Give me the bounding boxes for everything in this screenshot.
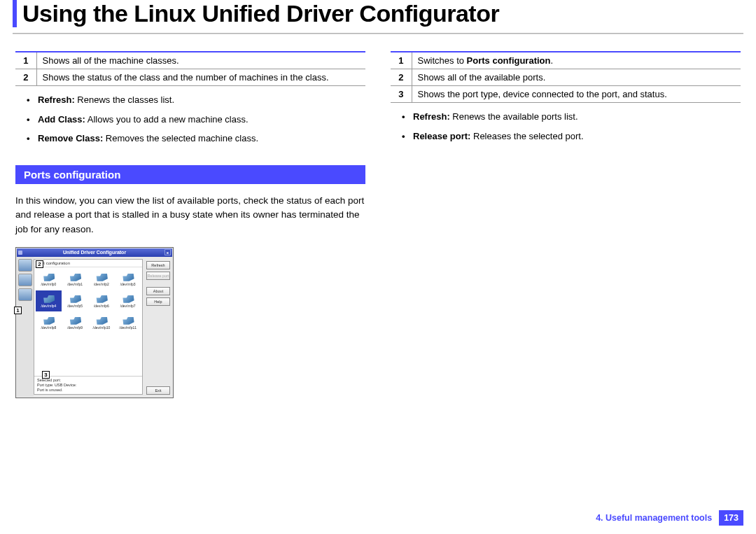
list-item: Add Class: Allows you to add a new machi… <box>27 113 365 127</box>
printer-icon <box>69 273 81 281</box>
button-column: Refresh Release port About Help Exit <box>144 257 172 397</box>
port-mode-icon <box>18 288 32 301</box>
printer-icon <box>42 316 55 325</box>
printer-icon <box>122 295 134 303</box>
port-label: /dev/mfp11 <box>119 325 136 330</box>
table-row: 3 Shows the port type, device connected … <box>391 86 741 103</box>
window-menu-icon <box>18 251 22 255</box>
chapter-label: 4. Useful management tools <box>596 513 712 523</box>
page-number: 173 <box>719 510 743 526</box>
classes-table: 1 Shows all of the machine classes. 2 Sh… <box>15 51 365 86</box>
callout-1: 1 <box>14 307 22 314</box>
port-label: /dev/mfp8 <box>41 325 56 330</box>
refresh-button: Refresh <box>146 261 170 269</box>
printer-icon <box>69 295 81 303</box>
class-mode-icon <box>18 274 32 286</box>
printer-mode-icon <box>18 259 32 272</box>
classes-bullets: Refresh: Renews the classes list. Add Cl… <box>15 93 365 146</box>
printer-icon <box>95 273 108 281</box>
port-grid: /dev/mfp0/dev/mfp1/dev/mfp2/dev/mfp3/dev… <box>34 267 142 376</box>
port-item: /dev/mfp0 <box>36 269 62 290</box>
table-row: 1 Switches to Ports configuration. <box>391 52 741 69</box>
port-label: /dev/mfp6 <box>94 304 109 308</box>
row-text: Switches to Ports configuration. <box>412 52 741 69</box>
row-text: Shows all of the available ports. <box>412 69 741 86</box>
callout-2: 2 <box>36 260 43 268</box>
row-text: Shows all of the machine classes. <box>36 52 365 69</box>
port-item: /dev/mfp2 <box>89 269 115 290</box>
divider <box>13 33 743 34</box>
list-item: Remove Class: Removes the selected machi… <box>27 132 365 146</box>
exit-button: Exit <box>146 386 170 395</box>
list-item: Refresh: Renews the available ports list… <box>402 110 741 124</box>
port-label: /dev/mfp5 <box>67 304 83 308</box>
ports-description: In this window, you can view the list of… <box>15 194 365 238</box>
port-label: /dev/mfp3 <box>120 282 136 286</box>
ports-bullets: Refresh: Renews the available ports list… <box>391 110 741 143</box>
port-item: /dev/mfp5 <box>62 290 88 311</box>
port-label: /dev/mfp4 <box>41 304 56 308</box>
port-item: /dev/mfp1 <box>62 269 88 290</box>
table-row: 2 Shows all of the available ports. <box>391 69 741 86</box>
printer-icon <box>69 316 81 325</box>
panel-header: Port configuration <box>34 260 142 267</box>
row-text: Shows the port type, device connected to… <box>412 86 741 103</box>
port-label: /dev/mfp10 <box>93 325 111 330</box>
printer-icon <box>122 273 134 281</box>
port-item: /dev/mfp4 <box>36 290 62 311</box>
printer-icon <box>122 316 134 325</box>
port-label: /dev/mfp0 <box>41 282 56 286</box>
port-item: /dev/mfp6 <box>89 290 115 311</box>
ports-panel: Port configuration /dev/mfp0/dev/mfp1/de… <box>34 259 143 395</box>
release-port-button: Release port <box>146 272 170 280</box>
list-item: Release port: Releases the selected port… <box>402 129 741 143</box>
row-num: 3 <box>391 86 412 103</box>
printer-icon <box>95 295 108 303</box>
port-item: /dev/mfp9 <box>62 312 88 333</box>
mode-sidebar <box>17 257 34 397</box>
table-row: 2 Shows the status of the class and the … <box>15 69 365 86</box>
port-label: /dev/mfp7 <box>120 304 136 308</box>
row-num: 1 <box>15 52 36 69</box>
row-num: 2 <box>15 69 36 86</box>
help-button: Help <box>146 297 170 306</box>
selected-port-info: Selected port: Port type: USB Device: Po… <box>34 376 142 394</box>
row-num: 1 <box>391 52 412 69</box>
window-title: Unified Driver Configurator <box>63 250 126 255</box>
port-item: /dev/mfp3 <box>115 269 141 290</box>
section-heading-ports: Ports configuration <box>15 165 365 184</box>
port-label: /dev/mfp9 <box>67 325 83 330</box>
ports-config-screenshot: Unified Driver Configurator x Port confi… <box>15 247 174 398</box>
callout-3: 3 <box>42 371 50 379</box>
page-footer: 4. Useful management tools 173 <box>596 510 743 526</box>
printer-icon <box>95 316 108 325</box>
port-label: /dev/mfp2 <box>94 282 109 286</box>
port-item: /dev/mfp10 <box>89 312 115 333</box>
window-titlebar: Unified Driver Configurator x <box>17 248 172 257</box>
printer-icon <box>42 273 55 281</box>
port-item: /dev/mfp11 <box>115 312 141 333</box>
about-button: About <box>146 287 170 295</box>
port-label: /dev/mfp1 <box>67 282 83 286</box>
close-icon: x <box>164 249 171 255</box>
ports-table: 1 Switches to Ports configuration. 2 Sho… <box>391 51 741 103</box>
printer-icon <box>42 295 55 303</box>
table-row: 1 Shows all of the machine classes. <box>15 52 365 69</box>
list-item: Refresh: Renews the classes list. <box>27 93 365 107</box>
port-item: /dev/mfp8 <box>36 312 62 333</box>
port-item: /dev/mfp7 <box>115 290 141 311</box>
row-text: Shows the status of the class and the nu… <box>36 69 365 86</box>
row-num: 2 <box>391 69 412 86</box>
page-title: Using the Linux Unified Driver Configura… <box>22 0 743 27</box>
